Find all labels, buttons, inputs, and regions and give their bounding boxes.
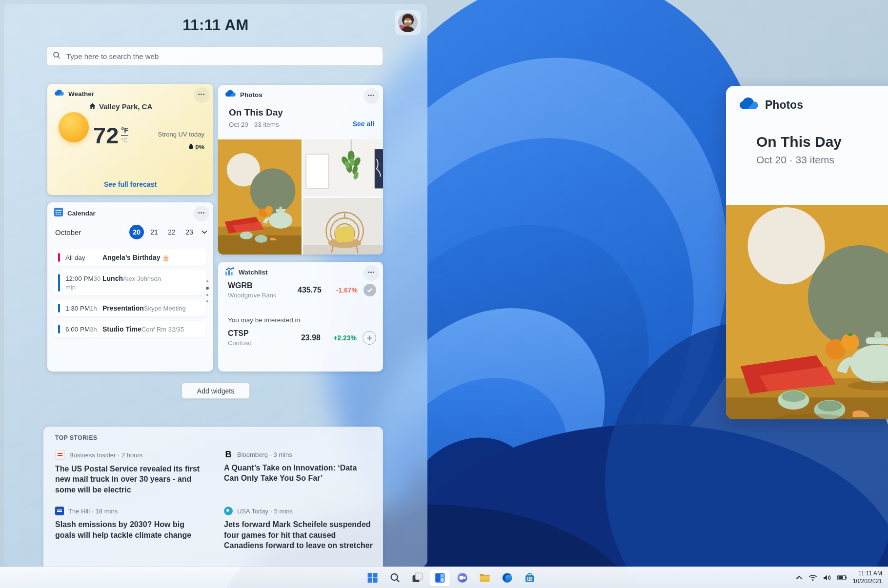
calendar-event[interactable]: 12:00 PM30 min LunchAlex Johnson — [54, 270, 206, 295]
the-hill-icon — [55, 507, 64, 515]
unit-fahrenheit[interactable]: °F — [121, 126, 128, 136]
battery-icon[interactable] — [837, 575, 847, 580]
top-stories-section: TOP STORIES Business Insider · 2 hours T… — [43, 427, 383, 567]
calendar-widget: Calendar ••• October 20 21 22 23 All day… — [47, 202, 213, 372]
article-meta: Bloomberg · 3 mins — [237, 451, 292, 458]
news-article[interactable]: Business Insider · 2 hours The US Postal… — [55, 450, 204, 495]
event-color-bar — [58, 274, 60, 292]
calendar-event[interactable]: All day Angela’s Birthday 🎂 — [54, 249, 206, 266]
news-article[interactable]: The Hill · 18 mins Slash emissions by 20… — [55, 507, 204, 550]
volume-icon[interactable] — [823, 574, 831, 581]
suggested-stock-row[interactable]: CTSPContoso 23.98 +2.23% — [228, 329, 376, 347]
precipitation-value: 0% — [195, 143, 204, 151]
flyout-heading: On This Day — [756, 134, 888, 150]
wifi-icon[interactable] — [808, 574, 817, 581]
chevron-up-icon[interactable] — [796, 575, 803, 580]
search-icon — [53, 51, 61, 61]
article-headline: Slash emissions by 2030? How big goals w… — [55, 519, 204, 540]
birthday-cake-emoji: 🎂 — [162, 255, 169, 261]
photos-widget: Photos ••• On This Day Oct 20 · 33 items… — [218, 85, 383, 255]
event-color-bar — [58, 304, 60, 313]
stock-company: Woodgrove Bank — [228, 292, 277, 299]
article-meta: USA Today · 5 mins — [237, 508, 293, 515]
stock-change: -1.67% — [329, 286, 358, 294]
photo-chair-scene[interactable] — [303, 198, 383, 255]
stock-price: 23.98 — [301, 333, 321, 342]
account-button[interactable] — [395, 10, 421, 35]
photo-plant-scene[interactable] — [303, 139, 383, 196]
calendar-date-23[interactable]: 23 — [182, 225, 197, 239]
calendar-date-21[interactable]: 21 — [147, 225, 161, 239]
unit-celsius[interactable]: °C — [121, 137, 127, 144]
stock-company: Contoso — [228, 339, 251, 347]
weather-location-row: Valley Park, CA — [89, 102, 152, 111]
calendar-event[interactable]: 6:00 PM3h Studio TimeConf Rm 32/35 — [54, 321, 206, 337]
see-full-forecast-link[interactable]: See full forecast — [47, 180, 213, 188]
start-button[interactable] — [363, 569, 383, 587]
business-insider-icon — [55, 450, 65, 460]
on-this-day-subtitle: Oct 20 · 33 items — [229, 121, 279, 128]
stocks-chart-icon — [225, 267, 234, 277]
calendar-event-list: All day Angela’s Birthday 🎂 12:00 PM30 m… — [54, 249, 206, 342]
news-article[interactable]: USA Today · 5 mins Jets forward Mark Sch… — [224, 507, 373, 550]
calendar-date-22[interactable]: 22 — [164, 225, 179, 239]
weather-location: Valley Park, CA — [99, 102, 152, 111]
photo-grid — [218, 139, 383, 255]
stock-row[interactable]: WGRBWoodgrove Bank 435.75 -1.67% — [228, 281, 376, 299]
tray-clock[interactable]: 11:11 AM 10/20/2021 — [853, 570, 882, 585]
task-view-button[interactable] — [407, 569, 428, 587]
event-title: Lunch — [102, 274, 123, 282]
photo-teapot-scene[interactable] — [218, 139, 302, 255]
event-time: 12:00 PM — [65, 275, 94, 282]
photos-menu-button[interactable]: ••• — [363, 88, 379, 104]
add-widgets-button[interactable]: Add widgets — [182, 383, 250, 399]
event-duration: 1h — [90, 305, 97, 312]
scroll-indicator[interactable] — [206, 280, 209, 302]
stock-symbol: CTSP — [228, 329, 251, 338]
widgets-button[interactable] — [430, 569, 450, 587]
taskbar-search-button[interactable] — [385, 569, 405, 587]
news-article[interactable]: BBloomberg · 3 mins A Quant’s Take on In… — [224, 450, 373, 495]
event-subtitle: Alex Johnson — [123, 275, 161, 282]
on-this-day-heading: On This Day — [229, 107, 283, 118]
event-time: 6:00 PM — [65, 326, 90, 333]
calendar-date-20[interactable]: 20 — [129, 225, 144, 239]
article-headline: Jets forward Mark Scheifele suspended fo… — [224, 519, 373, 550]
chat-button[interactable] — [452, 569, 473, 587]
weather-menu-button[interactable]: ••• — [194, 87, 209, 103]
calendar-event[interactable]: 1:30 PM1h PresentationSkype Meeting — [54, 300, 206, 316]
user-avatar — [398, 13, 418, 32]
widgets-clock: 11:11 AM — [4, 17, 427, 34]
weather-cloud-icon — [54, 89, 64, 98]
flyout-subtitle: Oct 20 · 33 items — [756, 154, 888, 166]
stock-change: +2.23% — [328, 334, 357, 342]
event-time: 1:30 PM — [65, 305, 90, 312]
see-all-link[interactable]: See all — [353, 120, 374, 128]
weather-precipitation-row: 0% — [189, 143, 204, 151]
file-explorer-button[interactable] — [475, 569, 495, 587]
store-button[interactable] — [520, 569, 540, 587]
photos-flyout-card[interactable]: Photos On This Day Oct 20 · 33 items — [726, 86, 888, 419]
event-color-bar — [58, 253, 60, 262]
usa-today-icon — [224, 507, 233, 515]
added-check-icon[interactable] — [363, 284, 376, 296]
bloomberg-icon: B — [224, 450, 233, 459]
home-icon — [89, 102, 96, 111]
event-subtitle: Skype Meeting — [144, 305, 186, 312]
event-color-bar — [58, 325, 60, 333]
watchlist-menu-button[interactable]: ••• — [363, 265, 379, 281]
add-to-watchlist-icon[interactable] — [363, 331, 376, 345]
chevron-down-icon[interactable] — [202, 230, 207, 234]
interest-label: You may be interested in — [228, 316, 300, 324]
weather-condition: Strong UV today — [158, 131, 204, 138]
calendar-month: October — [55, 228, 81, 236]
event-time: All day — [65, 254, 85, 261]
web-search-bar[interactable] — [46, 46, 383, 66]
calendar-widget-title: Calendar — [67, 210, 96, 217]
event-duration: 3h — [90, 326, 97, 333]
search-input[interactable] — [65, 52, 377, 61]
edge-button[interactable] — [497, 569, 518, 587]
tray-time: 11:11 AM — [853, 570, 882, 578]
stock-price: 435.75 — [298, 286, 322, 294]
calendar-menu-button[interactable]: ••• — [194, 206, 209, 221]
